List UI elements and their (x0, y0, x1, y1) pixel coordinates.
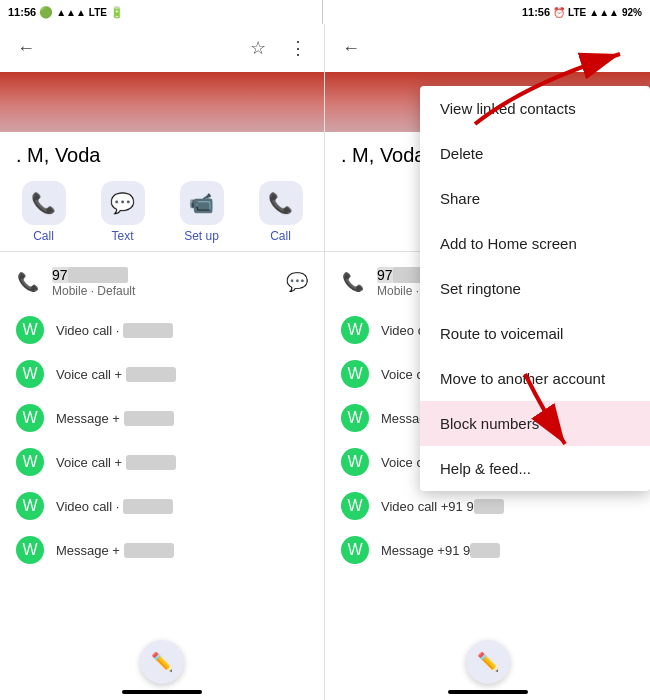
call2-action-left[interactable]: 📞 Call (251, 181, 311, 243)
setup-label-left: Set up (184, 229, 219, 243)
battery-left-icon: 🔋 (110, 6, 124, 19)
menu-item-move-account[interactable]: Move to another account (420, 356, 650, 401)
alarm-icon: ⏰ (553, 7, 565, 18)
status-bar: 11:56 🟢 ▲▲▲ LTE 🔋 11:56 ⏰ LTE ▲▲▲ 92% (0, 0, 650, 24)
text-action-left[interactable]: 💬 Text (93, 181, 153, 243)
star-button[interactable]: ☆ (240, 30, 276, 66)
call-label-left: Call (33, 229, 54, 243)
bottom-bar-left (122, 690, 202, 694)
whatsapp-icon-6: W (16, 536, 44, 564)
recent-text-4: Voice call + (56, 455, 176, 470)
text-label-left: Text (111, 229, 133, 243)
whatsapp-icon-3: W (16, 404, 44, 432)
call2-label-left: Call (270, 229, 291, 243)
list-item[interactable]: W Video call · (0, 484, 324, 528)
list-item[interactable]: W Message + (0, 528, 324, 572)
whatsapp-icon-r4: W (341, 448, 369, 476)
recent-text-1: Video call · (56, 323, 173, 338)
signal-icon: ▲▲▲ (56, 7, 86, 18)
whatsapp-status-icon: 🟢 (39, 6, 53, 19)
list-item[interactable]: W Voice call + (0, 440, 324, 484)
header-overlay-left (0, 102, 324, 132)
menu-item-view-linked[interactable]: View linked contacts (420, 86, 650, 131)
app-bar-right: ← (325, 24, 650, 72)
list-item[interactable]: W Voice call + (0, 352, 324, 396)
recent-text-r5: Video call +91 9 (381, 499, 504, 514)
menu-item-help[interactable]: Help & feed... (420, 446, 650, 491)
panel-right-inner: ← . M, Voda 📞 Call 📞 (325, 24, 650, 700)
recent-text-5: Video call · (56, 499, 173, 514)
edit-fab-right[interactable]: ✏️ (466, 640, 510, 684)
split-layout: ← ☆ ⋮ . M, Voda 📞 Call 💬 Text 📹 Set (0, 24, 650, 700)
whatsapp-icon-5: W (16, 492, 44, 520)
list-item[interactable]: W Video call · (0, 308, 324, 352)
panel-left: ← ☆ ⋮ . M, Voda 📞 Call 💬 Text 📹 Set (0, 24, 325, 700)
setup-icon-box-left: 📹 (180, 181, 224, 225)
recent-text-3: Message + (56, 411, 174, 426)
whatsapp-icon-2: W (16, 360, 44, 388)
list-item[interactable]: W Message +91 9 (325, 528, 650, 572)
phone-info-left: 97 Mobile · Default (52, 266, 274, 298)
fab-right: ✏️ (325, 642, 650, 690)
edit-fab-left[interactable]: ✏️ (140, 640, 184, 684)
bottom-bar-right (448, 690, 528, 694)
time-right: 11:56 (522, 6, 550, 18)
text-icon-box-left: 💬 (101, 181, 145, 225)
battery-right: 92% (622, 7, 642, 18)
status-right: 11:56 ⏰ LTE ▲▲▲ 92% (522, 6, 642, 18)
phone-icon-right: 📞 (341, 271, 365, 293)
menu-item-block-numbers[interactable]: Block numbers (420, 401, 650, 446)
menu-item-set-ringtone[interactable]: Set ringtone (420, 266, 650, 311)
menu-item-share[interactable]: Share (420, 176, 650, 221)
app-bar-icons-left: ☆ ⋮ (240, 30, 316, 66)
lte-right-icon: LTE (568, 7, 586, 18)
whatsapp-icon-r6: W (341, 536, 369, 564)
menu-item-delete[interactable]: Delete (420, 131, 650, 176)
call-action-left[interactable]: 📞 Call (14, 181, 74, 243)
lte-icon: LTE (89, 7, 107, 18)
app-bar-left: ← ☆ ⋮ (0, 24, 324, 72)
status-divider (322, 0, 323, 24)
action-row-left: 📞 Call 💬 Text 📹 Set up 📞 Call (0, 173, 324, 252)
whatsapp-icon-r5: W (341, 492, 369, 520)
list-item[interactable]: W Message + (0, 396, 324, 440)
menu-item-add-home[interactable]: Add to Home screen (420, 221, 650, 266)
more-options-button-left[interactable]: ⋮ (280, 30, 316, 66)
signal-right-icon: ▲▲▲ (589, 7, 619, 18)
recent-text-6: Message + (56, 543, 174, 558)
phone-icon-left: 📞 (16, 271, 40, 293)
call2-icon-box-left: 📞 (259, 181, 303, 225)
status-left: 11:56 🟢 ▲▲▲ LTE 🔋 (8, 6, 124, 19)
back-button-right[interactable]: ← (333, 30, 369, 66)
time-left: 11:56 (8, 6, 36, 18)
phone-number-left: 97 (52, 267, 128, 283)
phone-row-left[interactable]: 📞 97 Mobile · Default 💬 (0, 256, 324, 308)
call-icon-box-left: 📞 (22, 181, 66, 225)
setup-action-left[interactable]: 📹 Set up (172, 181, 232, 243)
recent-text-r6: Message +91 9 (381, 543, 500, 558)
whatsapp-icon-r1: W (341, 316, 369, 344)
whatsapp-icon-4: W (16, 448, 44, 476)
whatsapp-icon-r2: W (341, 360, 369, 388)
whatsapp-icon-1: W (16, 316, 44, 344)
message-icon-left[interactable]: 💬 (286, 271, 308, 293)
contact-header-left (0, 72, 324, 132)
back-button-left[interactable]: ← (8, 30, 44, 66)
whatsapp-icon-r3: W (341, 404, 369, 432)
recent-text-2: Voice call + (56, 367, 176, 382)
contact-list-left: 📞 97 Mobile · Default 💬 W Video call · W… (0, 252, 324, 642)
dropdown-menu: View linked contacts Delete Share Add to… (420, 86, 650, 491)
menu-item-route-voicemail[interactable]: Route to voicemail (420, 311, 650, 356)
fab-left: ✏️ (0, 642, 324, 690)
phone-meta-left: Mobile · Default (52, 284, 274, 298)
contact-name-left: . M, Voda (0, 132, 324, 173)
panel-right: ← . M, Voda 📞 Call 📞 (325, 24, 650, 700)
